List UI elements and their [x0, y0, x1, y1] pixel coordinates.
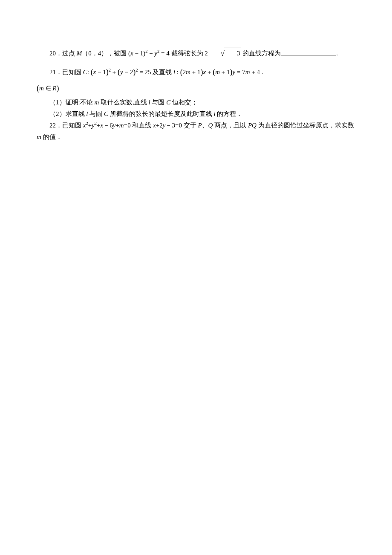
answer-blank[interactable] [281, 49, 336, 55]
q22-number: 22． [49, 122, 62, 129]
q20-text-3: 截得弦长为 [170, 50, 205, 57]
segment-PQ: PQ [248, 122, 257, 129]
question-22: 22．已知圆 x2+y2+x－6y+m=0 和直线 x+2y－3=0 交于 P、… [37, 120, 355, 144]
q20-text-2: 被圆 [114, 50, 128, 57]
sub1-number: （1） [49, 99, 66, 106]
circle-C: C [83, 69, 87, 75]
question-21-sub2: （2）求直线 l 与圆 C 所截得的弦长的最短长度及此时直线 l 的方程． [37, 108, 355, 120]
q21-circle-equation: (x − 1)2 + (y − 2)2 = 25 [91, 69, 151, 75]
point-P: P [198, 122, 202, 129]
question-21-condition: (m ∈ R) [37, 81, 355, 95]
q20-number: 20． [49, 50, 62, 57]
q20-text-1: 过点 [62, 50, 77, 57]
q20-circle-equation: (x − 1)2 + y2 = 4 [128, 50, 170, 57]
q22-line-equation: x+2y－3=0 [153, 122, 184, 129]
q21-text-1: 已知圆 [62, 69, 83, 75]
q21-text-2: 及直线 [151, 69, 173, 75]
q20-point-coords: （0，4）， [82, 50, 114, 57]
q20-text-4: 的直线方程为 [241, 50, 281, 57]
point-M: M [77, 50, 82, 57]
question-20: 20．过点 M（0，4），被圆 (x − 1)2 + y2 = 4 截得弦长为 … [37, 47, 355, 61]
question-21-line1: 21．已知圆 C: (x − 1)2 + (y − 2)2 = 25 及直线 l… [37, 65, 355, 79]
q20-period: . [336, 50, 338, 57]
q21-line-equation: (2m + 1)x + (m + 1)y = 7m + 4 [180, 69, 260, 75]
q22-circle-equation: x2+y2+x－6y+m=0 [83, 122, 133, 129]
sub2-number: （2） [49, 110, 66, 117]
q21-number: 21． [49, 69, 62, 75]
q20-chord-length: 2√3 [205, 50, 241, 57]
point-Q: Q [208, 122, 213, 129]
question-21-sub1: （1）证明:不论 m 取什么实数,直线 l 与圆 C 恒相交； [37, 97, 355, 108]
